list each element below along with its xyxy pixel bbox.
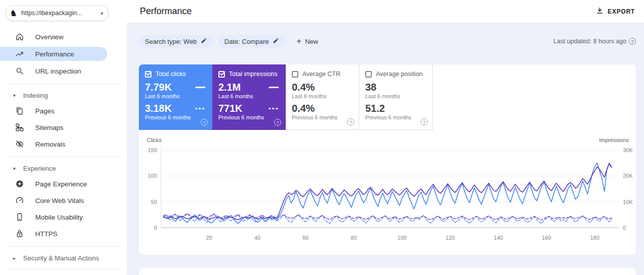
sidebar-item-page-experience[interactable]: Page Experience [0, 177, 127, 190]
svg-text:50: 50 [151, 199, 157, 205]
chevron-right-icon: ▸ [13, 255, 20, 261]
svg-text:120: 120 [446, 235, 455, 241]
series-total-clicks-last-6-months [164, 163, 612, 224]
property-selector[interactable]: ♞ https://ibexpackagin... ▾ [5, 5, 109, 21]
svg-text:0: 0 [154, 225, 157, 231]
new-filter-button[interactable]: + New [296, 36, 318, 46]
chart-series [164, 163, 612, 224]
export-button[interactable]: EXPORT [596, 7, 635, 16]
performance-card: Total clicks 7.79K Last 6 months 3.18K P… [139, 64, 636, 255]
home-icon [15, 32, 24, 41]
pencil-icon [201, 37, 207, 45]
sidebar-item-performance[interactable]: Performance [0, 47, 107, 61]
series-total-impressions-last-6-months [164, 164, 612, 220]
main-panel: Performance EXPORT Search type: Web Date… [127, 0, 644, 275]
svg-text:30K: 30K [623, 147, 633, 153]
svg-text:10K: 10K [623, 199, 633, 205]
next-card-top-edge [139, 268, 636, 275]
svg-text:0: 0 [623, 225, 626, 231]
add-circle-icon [15, 179, 24, 188]
filter-bar: Search type: Web Date: Compare + New [139, 31, 636, 51]
lock-icon [15, 229, 24, 238]
svg-text:100: 100 [148, 173, 157, 179]
svg-text:160: 160 [542, 235, 551, 241]
topbar: Performance EXPORT [127, 0, 644, 23]
sidebar-item-sitemaps[interactable]: Sitemaps [0, 121, 127, 134]
metric-card-average-ctr[interactable]: Average CTR 0.4% Last 6 months 0.4% Prev… [286, 64, 359, 130]
export-label: EXPORT [608, 8, 635, 15]
right-axis-title: Impressions [599, 137, 629, 143]
gridlines [161, 150, 619, 202]
help-icon[interactable]: ? [201, 119, 208, 126]
axis-tick-labels: 15010050030K20K10K0204060801001201401601… [148, 147, 633, 241]
dashed-line-legend-icon [269, 108, 279, 109]
help-icon[interactable]: ? [629, 38, 636, 45]
page-title: Performance [140, 6, 192, 17]
svg-text:180: 180 [590, 235, 599, 241]
checkbox-unchecked-icon[interactable] [292, 71, 298, 78]
metric-card-total-impressions[interactable]: Total impressions 2.1M Last 6 months 771… [212, 64, 286, 130]
checkbox-checked-icon[interactable] [145, 71, 151, 78]
chart-canvas[interactable]: 15010050030K20K10K0204060801001201401601… [139, 136, 636, 250]
sidebar-item-pages[interactable]: Pages [0, 104, 127, 117]
last-updated: Last updated: 8 hours ago ? [553, 38, 636, 45]
filter-chip-date[interactable]: Date: Compare [218, 35, 285, 48]
divider [6, 157, 121, 157]
sidebar-item-url-inspection[interactable]: URL inspection [0, 64, 127, 78]
svg-text:150: 150 [148, 147, 157, 153]
metric-card-average-position[interactable]: Average position 38 Last 6 months 51.2 P… [359, 64, 433, 130]
chevron-down-icon: ▾ [13, 93, 20, 98]
help-icon[interactable]: ? [274, 119, 281, 126]
filter-chip-search-type[interactable]: Search type: Web [139, 35, 213, 48]
performance-chart: Clicks Impressions 15010050030K20K10K020… [139, 136, 636, 250]
sidebar-item-overview[interactable]: Overview [0, 30, 127, 43]
download-icon [596, 7, 604, 16]
chevron-down-icon: ▾ [101, 11, 103, 16]
left-axis-title: Clicks [147, 137, 162, 143]
sidebar-section-security-manual-actions[interactable]: ▸ Security & Manual Actions [13, 253, 127, 263]
metric-card-total-clicks[interactable]: Total clicks 7.79K Last 6 months 3.18K P… [139, 64, 212, 130]
sidebar-section-experience[interactable]: ▾ Experience [13, 163, 127, 173]
plus-icon: + [296, 36, 301, 46]
sidebar-item-removals[interactable]: Removals [0, 138, 127, 151]
svg-text:100: 100 [397, 235, 407, 241]
sidebar-section-indexing[interactable]: ▾ Indexing [13, 90, 127, 100]
search-icon [15, 66, 24, 76]
checkbox-unchecked-icon[interactable] [365, 71, 372, 78]
svg-text:20: 20 [206, 235, 212, 241]
svg-text:140: 140 [494, 235, 503, 241]
sitemap-icon [15, 123, 24, 132]
gauge-icon [15, 196, 24, 205]
svg-text:60: 60 [302, 235, 308, 241]
eye-off-icon [15, 140, 24, 149]
divider [6, 246, 121, 247]
pencil-icon [273, 37, 279, 45]
sidebar-item-mobile-usability[interactable]: Mobile Usability [0, 211, 127, 224]
chevron-down-icon: ▾ [13, 166, 20, 171]
sidebar-item-core-web-vitals[interactable]: Core Web Vitals [0, 194, 127, 207]
search-console-app: ♞ https://ibexpackagin... ▾ Overview Per… [0, 0, 644, 275]
solid-line-legend-icon [269, 87, 279, 88]
dashed-line-legend-icon [195, 108, 205, 109]
sidebar-item-https[interactable]: HTTPS [0, 227, 127, 240]
pages-icon [15, 106, 24, 115]
content-area: Search type: Web Date: Compare + New [127, 23, 644, 275]
divider [6, 269, 121, 269]
svg-text:20K: 20K [623, 173, 633, 179]
solid-line-legend-icon [195, 87, 205, 88]
property-logo-icon: ♞ [10, 9, 17, 18]
trending-up-icon [15, 49, 24, 58]
divider [6, 84, 121, 84]
help-icon[interactable]: ? [421, 118, 428, 125]
help-icon[interactable]: ? [347, 118, 354, 125]
svg-text:40: 40 [254, 235, 260, 241]
checkbox-checked-icon[interactable] [218, 71, 225, 78]
property-url: https://ibexpackagin... [21, 10, 101, 17]
svg-text:80: 80 [351, 235, 357, 241]
metric-tiles: Total clicks 7.79K Last 6 months 3.18K P… [139, 64, 636, 130]
smartphone-icon [15, 213, 24, 222]
sidebar: ♞ https://ibexpackagin... ▾ Overview Per… [0, 0, 127, 275]
